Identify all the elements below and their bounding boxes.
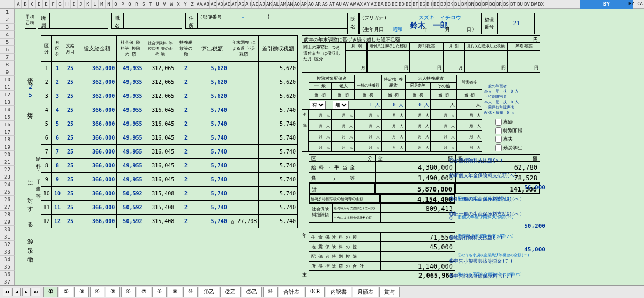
- col-AO[interactable]: AO: [294, 0, 301, 8]
- sheet-tab[interactable]: ③: [74, 287, 89, 297]
- sheet-tab[interactable]: ③乙: [242, 287, 262, 297]
- col-AN[interactable]: AN: [287, 0, 294, 8]
- row-17[interactable]: 17: [0, 128, 15, 136]
- row-31[interactable]: 31: [0, 233, 15, 241]
- col-AY[interactable]: AY: [363, 0, 370, 8]
- col-AL[interactable]: AL: [273, 0, 280, 8]
- col-BT[interactable]: BT: [510, 0, 516, 8]
- col-AM[interactable]: AM: [280, 0, 287, 8]
- fuyou-cell[interactable]: 月 人: [309, 141, 332, 152]
- col-BW[interactable]: BW: [530, 0, 537, 8]
- col-AQ[interactable]: AQ: [308, 0, 314, 8]
- col-AI[interactable]: AI: [252, 0, 259, 8]
- col-K[interactable]: K: [85, 0, 92, 8]
- col-BN[interactable]: BN: [468, 0, 475, 8]
- sheet-tab[interactable]: ②乙: [220, 287, 241, 297]
- jishin-val[interactable]: 45,000: [513, 246, 545, 253]
- row-26[interactable]: 26: [0, 196, 15, 203]
- col-BX[interactable]: BX: [537, 0, 544, 8]
- col-H[interactable]: H: [64, 0, 71, 8]
- col-P[interactable]: P: [119, 0, 126, 8]
- sheet-tab[interactable]: 月額表: [353, 287, 378, 297]
- col-BA[interactable]: BA: [377, 0, 384, 8]
- col-BJ[interactable]: BJ: [440, 0, 447, 8]
- col-AC[interactable]: AC: [210, 0, 217, 8]
- haigusha-roujin-select[interactable]: 無: [333, 101, 349, 109]
- row-37[interactable]: 37: [0, 278, 15, 286]
- row-21[interactable]: 21: [0, 158, 15, 166]
- row-28[interactable]: 28: [0, 211, 15, 218]
- row-8[interactable]: 8: [0, 61, 15, 68]
- sheet-tab[interactable]: ①: [43, 287, 58, 297]
- sheet-tab[interactable]: OCR: [305, 287, 325, 297]
- col-BQ[interactable]: BQ: [489, 0, 496, 8]
- fuyou-cell[interactable]: 月 人: [456, 109, 482, 120]
- shozoku-field[interactable]: [49, 13, 108, 29]
- fuyou-cell[interactable]: 月 人: [431, 120, 456, 131]
- row-34[interactable]: 34: [0, 256, 15, 263]
- jusho-field[interactable]: (郵便番号 － ): [197, 13, 347, 29]
- col-Z[interactable]: Z: [189, 0, 196, 8]
- sheet-tab[interactable]: ⑧: [152, 287, 167, 297]
- row-12[interactable]: 12: [0, 91, 15, 98]
- row-1[interactable]: 1: [0, 9, 15, 16]
- col-V[interactable]: V: [161, 0, 168, 8]
- row-36[interactable]: 36: [0, 271, 15, 278]
- sheet-tab[interactable]: ⑨: [168, 287, 182, 297]
- tab-next-button[interactable]: ▶: [22, 288, 31, 296]
- row-19[interactable]: 19: [0, 143, 15, 151]
- col-BM[interactable]: BM: [461, 0, 468, 8]
- col-AT[interactable]: AT: [328, 0, 335, 8]
- col-BV[interactable]: BV: [523, 0, 530, 8]
- fuyou-cell[interactable]: 月 人: [355, 141, 381, 152]
- fuyou-cell[interactable]: 月 人: [332, 120, 355, 131]
- col-BE[interactable]: BE: [405, 0, 412, 8]
- row-29[interactable]: 29: [0, 218, 15, 226]
- col-BL[interactable]: BL: [454, 0, 461, 8]
- col-AW[interactable]: AW: [349, 0, 356, 8]
- col-BR[interactable]: BR: [496, 0, 503, 8]
- col-D[interactable]: D: [36, 0, 43, 8]
- col-X[interactable]: X: [175, 0, 182, 8]
- row-13[interactable]: 13: [0, 98, 15, 106]
- row-22[interactable]: 22: [0, 166, 15, 173]
- col-N[interactable]: N: [106, 0, 113, 8]
- haigusha-ippan-select[interactable]: 有: [310, 101, 326, 109]
- col-BD[interactable]: BD: [398, 0, 405, 8]
- fuyou-cell[interactable]: 月 人: [456, 120, 482, 131]
- col-M[interactable]: M: [99, 0, 106, 8]
- col-T[interactable]: T: [147, 0, 154, 8]
- worksheet-area[interactable]: 甲欄 乙欄 所 属 職 名 住 所 (郵便番号 － ) 氏 名 (フリガナ) ス…: [15, 9, 644, 285]
- col-BB[interactable]: BB: [384, 0, 391, 8]
- col-S[interactable]: S: [140, 0, 147, 8]
- row-10[interactable]: 10: [0, 76, 15, 83]
- col-O[interactable]: O: [113, 0, 119, 8]
- chk-kafu2[interactable]: 寡夫: [495, 136, 513, 143]
- row-14[interactable]: 14: [0, 106, 15, 113]
- col-AJ[interactable]: AJ: [259, 0, 266, 8]
- row-35[interactable]: 35: [0, 263, 15, 271]
- col-BH[interactable]: BH: [426, 0, 433, 8]
- row-4[interactable]: 4: [0, 31, 15, 39]
- row-18[interactable]: 18: [0, 136, 15, 143]
- sheet-tab[interactable]: 内訳書: [326, 287, 351, 297]
- col-AS[interactable]: AS: [321, 0, 328, 8]
- col-Q[interactable]: Q: [126, 0, 133, 8]
- tab-first-button[interactable]: ⏮: [3, 288, 11, 296]
- fuyou-cell[interactable]: 月 人: [355, 120, 381, 131]
- sheet-tab[interactable]: ⑥: [121, 287, 136, 297]
- fuyou-cell[interactable]: 月 人: [381, 109, 405, 120]
- col-BK[interactable]: BK: [447, 0, 454, 8]
- chk-tokubetsu-kafu[interactable]: 特別寡婦: [495, 127, 522, 134]
- sheet-tab[interactable]: ⑤: [106, 287, 120, 297]
- fuyou-cell[interactable]: 月 人: [405, 141, 431, 152]
- tab-prev-button[interactable]: ◀: [12, 288, 21, 296]
- chk-kinrou[interactable]: 勤労学生: [495, 144, 522, 151]
- sheet-tab[interactable]: ④: [90, 287, 104, 297]
- row-25[interactable]: 25: [0, 188, 15, 196]
- col-W[interactable]: W: [168, 0, 175, 8]
- col-BG[interactable]: BG: [419, 0, 426, 8]
- col-AR[interactable]: AR: [314, 0, 321, 8]
- sheet-tab[interactable]: 賞与: [379, 287, 400, 297]
- col-BF[interactable]: BF: [412, 0, 419, 8]
